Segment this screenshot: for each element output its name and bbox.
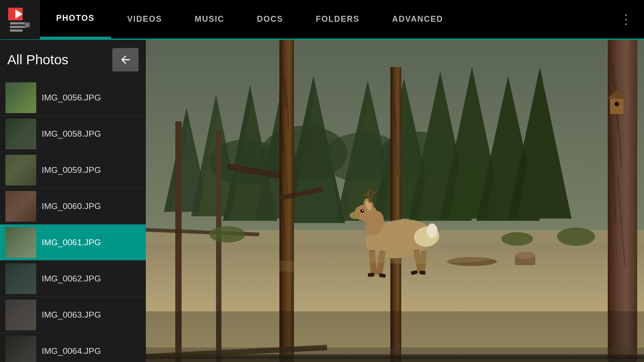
file-list: IMG_0056.JPGIMG_0058.JPGIMG_0059.JPGIMG_… <box>0 80 146 362</box>
svg-point-57 <box>615 102 619 106</box>
svg-rect-5 <box>10 29 23 32</box>
file-name-img0062: IMG_0062.JPG <box>42 274 101 284</box>
back-button[interactable] <box>112 48 139 71</box>
svg-point-90 <box>557 228 595 246</box>
svg-rect-4 <box>10 26 26 28</box>
topbar: PHOTOS VIDEOS MUSIC DOCS FOLDERS ADVANCE… <box>0 0 644 40</box>
file-thumb-img0063 <box>5 300 36 330</box>
file-list-item-img0064[interactable]: IMG_0064.JPG <box>0 333 146 362</box>
file-thumb-img0060 <box>5 191 36 222</box>
forest-scene-svg <box>146 40 644 362</box>
app-logo <box>0 0 40 39</box>
more-options-icon[interactable]: ⋮ <box>620 12 633 27</box>
main-content: All Photos IMG_0056.JPGIMG_0058.JPGIMG_0… <box>0 40 644 362</box>
file-thumb-img0061 <box>5 227 36 258</box>
file-name-img0059: IMG_0059.JPG <box>42 165 101 175</box>
file-list-item-img0063[interactable]: IMG_0063.JPG <box>0 297 146 333</box>
svg-point-89 <box>501 232 533 246</box>
file-name-img0063: IMG_0063.JPG <box>42 310 101 320</box>
preview-area <box>146 40 644 362</box>
file-list-item-img0062[interactable]: IMG_0062.JPG <box>0 261 146 297</box>
svg-point-92 <box>227 261 336 272</box>
svg-rect-80 <box>419 271 426 275</box>
file-thumb-img0059 <box>5 155 36 186</box>
svg-point-91 <box>336 250 499 264</box>
sidebar-header: All Photos <box>0 40 146 80</box>
tab-videos[interactable]: VIDEOS <box>111 0 178 38</box>
nav-tabs: PHOTOS VIDEOS MUSIC DOCS FOLDERS ADVANCE… <box>40 0 620 38</box>
svg-point-64 <box>362 210 364 211</box>
file-name-img0060: IMG_0060.JPG <box>42 201 101 211</box>
svg-point-76 <box>427 224 437 238</box>
preview-image-scene <box>146 40 644 362</box>
sidebar-title: All Photos <box>7 52 68 67</box>
file-thumb-img0062 <box>5 263 36 294</box>
svg-rect-77 <box>368 273 375 277</box>
tab-music[interactable]: MUSIC <box>178 0 241 38</box>
tab-folders[interactable]: FOLDERS <box>299 0 376 38</box>
tab-photos[interactable]: PHOTOS <box>40 0 111 38</box>
file-name-img0064: IMG_0064.JPG <box>42 346 101 356</box>
svg-point-88 <box>209 226 245 243</box>
file-list-item-img0058[interactable]: IMG_0058.JPG <box>0 116 146 152</box>
file-name-img0056: IMG_0056.JPG <box>42 93 101 103</box>
svg-rect-7 <box>25 23 29 27</box>
tab-docs[interactable]: DOCS <box>240 0 299 38</box>
file-thumb-img0064 <box>5 336 36 362</box>
file-thumb-img0058 <box>5 119 36 149</box>
file-list-item-img0056[interactable]: IMG_0056.JPG <box>0 80 146 116</box>
svg-rect-93 <box>146 311 644 362</box>
svg-point-62 <box>350 212 360 219</box>
file-name-img0058: IMG_0058.JPG <box>42 129 101 139</box>
tab-advanced[interactable]: ADVANCED <box>376 0 460 38</box>
sidebar: All Photos IMG_0056.JPGIMG_0058.JPGIMG_0… <box>0 40 146 362</box>
file-name-img0061: IMG_0061.JPG <box>42 238 101 248</box>
file-thumb-img0056 <box>5 82 36 113</box>
file-list-item-img0059[interactable]: IMG_0059.JPG <box>0 152 146 188</box>
file-list-item-img0061[interactable]: IMG_0061.JPG <box>0 224 146 261</box>
file-list-item-img0060[interactable]: IMG_0060.JPG <box>0 188 146 224</box>
svg-point-83 <box>515 252 535 259</box>
